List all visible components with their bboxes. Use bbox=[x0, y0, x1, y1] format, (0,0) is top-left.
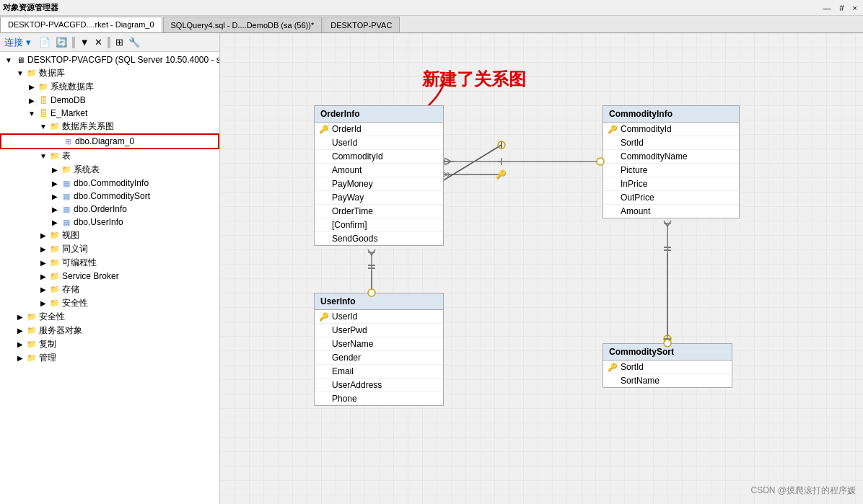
expand-security2[interactable]: ▶ bbox=[38, 299, 49, 307]
annotation-text: 新建了关系图 bbox=[422, 68, 526, 91]
tree-root[interactable]: ▼ 🖥 DESKTOP-PVACGFD (SQL Server 10.50.40… bbox=[0, 53, 219, 66]
tree-item-synonyms[interactable]: ▶ 📁 同义词 bbox=[0, 242, 219, 256]
folder-icon-storage: 📁 bbox=[49, 284, 61, 296]
expand-root[interactable]: ▼ bbox=[3, 56, 14, 64]
table-icon-userinfo: ▦ bbox=[61, 216, 72, 228]
tab-pvac[interactable]: DESKTOP-PVAC bbox=[323, 17, 400, 32]
tab-query[interactable]: SQLQuery4.sql - D....DemoDB (sa (56))* bbox=[163, 17, 323, 32]
table-commoditysort-header: CommoditySort bbox=[603, 344, 732, 361]
expand-serverobj[interactable]: ▶ bbox=[14, 327, 26, 335]
expand-tables[interactable]: ▼ bbox=[38, 152, 49, 160]
tree-item-emarket[interactable]: ▼ 🗄 E_Market bbox=[0, 107, 219, 120]
orderinfo-row-ordertime: OrderTime bbox=[315, 205, 443, 218]
expand-commodityinfo[interactable]: ▶ bbox=[49, 180, 61, 187]
tree-item-replication[interactable]: ▶ 📁 复制 bbox=[0, 337, 219, 351]
tree-item-storage[interactable]: ▶ 📁 存储 bbox=[0, 283, 219, 296]
tree-item-commoditysort[interactable]: ▶ ▦ dbo.CommoditySort bbox=[0, 190, 219, 203]
toolbar-icon-3[interactable]: ▼ bbox=[79, 35, 91, 49]
close-button[interactable]: × bbox=[850, 4, 860, 12]
tree-item-systemdb[interactable]: ▶ 📁 系统数据库 bbox=[0, 80, 219, 94]
userinfo-row-userid: 🔑 UserId bbox=[315, 310, 443, 324]
toolbar-icon-4[interactable]: ✕ bbox=[93, 35, 104, 49]
tree-item-serverobj[interactable]: ▶ 📁 服务器对象 bbox=[0, 324, 219, 337]
tree-item-tables[interactable]: ▼ 📁 表 bbox=[0, 149, 219, 163]
object-explorer-panel: 连接 ▾ 📄 🔄 ▼ ✕ ⊞ 🔧 ▼ 🖥 DESKTOP-PVACGFD (SQ… bbox=[0, 33, 220, 504]
pin-controls[interactable]: — # × bbox=[820, 4, 860, 12]
tree-item-userinfo[interactable]: ▶ ▦ dbo.UserInfo bbox=[0, 216, 219, 229]
table-icon-commoditysort: ▦ bbox=[61, 190, 72, 202]
expand-replication[interactable]: ▶ bbox=[14, 340, 26, 348]
tree-item-management[interactable]: ▶ 📁 管理 bbox=[0, 351, 219, 365]
expand-userinfo[interactable]: ▶ bbox=[49, 218, 61, 226]
tree-item-databases[interactable]: ▼ 📁 数据库 bbox=[0, 66, 219, 80]
commodityinfo-row-outprice: OutPrice bbox=[603, 191, 739, 205]
orderinfo-row-payway: PayWay bbox=[315, 191, 443, 205]
expand-demodb[interactable]: ▶ bbox=[26, 97, 38, 105]
tree-item-orderinfo[interactable]: ▶ ▦ dbo.OrderInfo bbox=[0, 203, 219, 216]
expand-synonyms[interactable]: ▶ bbox=[38, 245, 49, 253]
orderinfo-row-orderid: 🔑 OrderId bbox=[315, 123, 443, 136]
commodityinfo-row-commodityid: 🔑 CommodityId bbox=[603, 123, 739, 136]
object-tree: ▼ 🖥 DESKTOP-PVACGFD (SQL Server 10.50.40… bbox=[0, 52, 219, 504]
expand-emarket[interactable]: ▼ bbox=[26, 110, 38, 118]
tree-item-programmability[interactable]: ▶ 📁 可编程性 bbox=[0, 256, 219, 270]
tree-item-security-top[interactable]: ▶ 📁 安全性 bbox=[0, 310, 219, 324]
pk-icon-commodityid: 🔑 bbox=[608, 125, 618, 134]
table-orderinfo-header: OrderInfo bbox=[315, 106, 443, 123]
tree-item-security2[interactable]: ▶ 📁 安全性 bbox=[0, 296, 219, 310]
expand-diagrams[interactable]: ▼ bbox=[38, 123, 49, 131]
folder-icon-systemdb: 📁 bbox=[38, 81, 49, 93]
object-explorer-header: 对象资源管理器 — # × bbox=[0, 0, 863, 16]
userinfo-row-email: Email bbox=[315, 365, 443, 379]
tree-item-servicebroker[interactable]: ▶ 📁 Service Broker bbox=[0, 270, 219, 283]
table-icon-orderinfo: ▦ bbox=[61, 203, 72, 215]
expand-databases[interactable]: ▼ bbox=[14, 69, 26, 77]
panel-title: 对象资源管理器 bbox=[3, 2, 58, 13]
connect-button[interactable]: 连接 ▾ bbox=[3, 35, 32, 50]
table-commodityinfo[interactable]: CommodityInfo 🔑 CommodityId SortId Commo… bbox=[603, 105, 740, 218]
orderinfo-row-commodityid: CommodityId bbox=[315, 150, 443, 164]
toolbar-icon-6[interactable]: 🔧 bbox=[127, 35, 141, 49]
expand-orderinfo[interactable]: ▶ bbox=[49, 205, 61, 213]
expand-views[interactable]: ▶ bbox=[38, 231, 49, 239]
tree-item-diagram0[interactable]: ⊞ dbo.Diagram_0 bbox=[0, 133, 219, 149]
table-orderinfo[interactable]: OrderInfo 🔑 OrderId UserId CommodityId A… bbox=[314, 105, 444, 246]
expand-management[interactable]: ▶ bbox=[14, 354, 26, 362]
tree-item-systables[interactable]: ▶ 📁 系统表 bbox=[0, 163, 219, 177]
expand-security-top[interactable]: ▶ bbox=[14, 313, 26, 321]
toolbar-icon-1[interactable]: 📄 bbox=[38, 35, 52, 49]
diagram-canvas[interactable]: 新建了关系图 ∞ 🔑 bbox=[220, 33, 863, 504]
svg-text:🔑: 🔑 bbox=[496, 169, 507, 180]
table-userinfo[interactable]: UserInfo 🔑 UserId UserPwd UserName Gende… bbox=[314, 293, 444, 406]
pk-icon-orderid: 🔑 bbox=[319, 125, 329, 134]
folder-icon-security-top: 📁 bbox=[26, 311, 38, 323]
folder-icon-serverobj: 📁 bbox=[26, 325, 38, 337]
commoditysort-row-sortid: 🔑 SortId bbox=[603, 361, 732, 374]
userinfo-row-useraddress: UserAddress bbox=[315, 379, 443, 392]
table-commoditysort[interactable]: CommoditySort 🔑 SortId SortName bbox=[603, 343, 732, 388]
toolbar-icon-5[interactable]: ⊞ bbox=[114, 35, 125, 49]
tree-item-commodityinfo[interactable]: ▶ ▦ dbo.CommodityInfo bbox=[0, 177, 219, 190]
tree-item-views[interactable]: ▶ 📁 视图 bbox=[0, 229, 219, 242]
tree-item-demodb[interactable]: ▶ 🗄 DemoDB bbox=[0, 94, 219, 107]
table-userinfo-header: UserInfo bbox=[315, 293, 443, 310]
expand-servicebroker[interactable]: ▶ bbox=[38, 273, 49, 280]
pin-button[interactable]: — bbox=[820, 4, 833, 12]
dock-button[interactable]: # bbox=[836, 4, 846, 12]
orderinfo-row-amount: Amount bbox=[315, 164, 443, 177]
tab-diagram[interactable]: DESKTOP-PVACGFD....rket - Diagram_0 bbox=[0, 17, 162, 32]
folder-icon-programmability: 📁 bbox=[49, 257, 61, 269]
svg-line-22 bbox=[444, 162, 451, 165]
commodityinfo-row-picture: Picture bbox=[603, 164, 739, 177]
svg-line-30 bbox=[372, 249, 375, 255]
commodityinfo-row-inprice: InPrice bbox=[603, 177, 739, 191]
tree-item-diagrams[interactable]: ▼ 📁 数据库关系图 bbox=[0, 120, 219, 133]
toolbar-icon-2[interactable]: 🔄 bbox=[54, 35, 69, 49]
pk-icon-sortid: 🔑 bbox=[608, 363, 618, 372]
expand-commoditysort[interactable]: ▶ bbox=[49, 193, 61, 200]
explorer-toolbar: 连接 ▾ 📄 🔄 ▼ ✕ ⊞ 🔧 bbox=[0, 33, 219, 52]
expand-storage[interactable]: ▶ bbox=[38, 286, 49, 293]
expand-programmability[interactable]: ▶ bbox=[38, 259, 49, 267]
expand-systables[interactable]: ▶ bbox=[49, 166, 61, 174]
expand-systemdb[interactable]: ▶ bbox=[26, 83, 38, 91]
